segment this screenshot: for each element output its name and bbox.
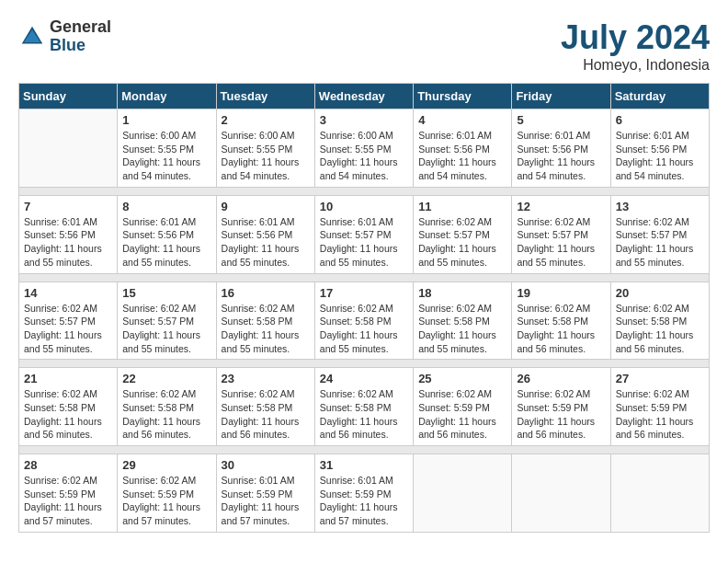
- calendar-week-row: 7Sunrise: 6:01 AMSunset: 5:56 PMDaylight…: [19, 195, 710, 273]
- calendar-cell: 12Sunrise: 6:02 AMSunset: 5:57 PMDayligh…: [512, 195, 610, 273]
- day-info: Sunrise: 6:02 AMSunset: 5:58 PMDaylight:…: [24, 387, 112, 442]
- calendar-cell: 2Sunrise: 6:00 AMSunset: 5:55 PMDaylight…: [216, 109, 314, 188]
- day-info: Sunrise: 6:01 AMSunset: 5:57 PMDaylight:…: [320, 215, 408, 270]
- calendar-cell: 1Sunrise: 6:00 AMSunset: 5:55 PMDaylight…: [118, 109, 216, 188]
- day-info: Sunrise: 6:02 AMSunset: 5:59 PMDaylight:…: [122, 474, 210, 528]
- day-number: 29: [122, 458, 210, 472]
- day-number: 12: [517, 200, 605, 213]
- header-thursday: Thursday: [414, 84, 512, 109]
- calendar-cell: 6Sunrise: 6:01 AMSunset: 5:56 PMDaylight…: [610, 109, 709, 188]
- calendar-cell: 21Sunrise: 6:02 AMSunset: 5:58 PMDayligh…: [19, 368, 118, 446]
- day-info: Sunrise: 6:02 AMSunset: 5:57 PMDaylight:…: [122, 302, 210, 356]
- day-number: 18: [418, 286, 506, 300]
- day-number: 2: [222, 113, 310, 127]
- calendar-cell: [414, 454, 512, 533]
- calendar-cell: 13Sunrise: 6:02 AMSunset: 5:57 PMDayligh…: [610, 195, 709, 273]
- day-number: 26: [517, 372, 605, 385]
- calendar-cell: 5Sunrise: 6:01 AMSunset: 5:56 PMDaylight…: [512, 109, 610, 188]
- day-number: 21: [24, 372, 112, 385]
- calendar-cell: 29Sunrise: 6:02 AMSunset: 5:59 PMDayligh…: [118, 454, 216, 533]
- day-info: Sunrise: 6:01 AMSunset: 5:56 PMDaylight:…: [222, 215, 310, 270]
- calendar-cell: 10Sunrise: 6:01 AMSunset: 5:57 PMDayligh…: [314, 195, 413, 273]
- day-info: Sunrise: 6:02 AMSunset: 5:58 PMDaylight:…: [616, 302, 704, 356]
- day-number: 27: [616, 372, 704, 385]
- calendar-cell: 27Sunrise: 6:02 AMSunset: 5:59 PMDayligh…: [610, 368, 709, 446]
- calendar-cell: 19Sunrise: 6:02 AMSunset: 5:58 PMDayligh…: [512, 282, 610, 360]
- day-info: Sunrise: 6:02 AMSunset: 5:58 PMDaylight:…: [320, 387, 408, 442]
- day-info: Sunrise: 6:02 AMSunset: 5:57 PMDaylight:…: [24, 302, 112, 356]
- week-separator: [19, 446, 710, 454]
- day-number: 28: [24, 458, 112, 472]
- day-info: Sunrise: 6:00 AMSunset: 5:55 PMDaylight:…: [122, 129, 210, 183]
- header-friday: Friday: [512, 84, 610, 109]
- day-number: 23: [222, 372, 310, 385]
- day-info: Sunrise: 6:01 AMSunset: 5:56 PMDaylight:…: [24, 215, 112, 270]
- calendar-cell: 17Sunrise: 6:02 AMSunset: 5:58 PMDayligh…: [314, 282, 413, 360]
- header-sunday: Sunday: [19, 84, 118, 109]
- calendar-cell: 22Sunrise: 6:02 AMSunset: 5:58 PMDayligh…: [118, 368, 216, 446]
- page-header: General Blue July 2024 Homeyo, Indonesia: [18, 18, 710, 74]
- calendar-cell: 8Sunrise: 6:01 AMSunset: 5:56 PMDaylight…: [118, 195, 216, 273]
- day-info: Sunrise: 6:01 AMSunset: 5:56 PMDaylight:…: [418, 129, 506, 183]
- day-number: 25: [418, 372, 506, 385]
- day-info: Sunrise: 6:02 AMSunset: 5:59 PMDaylight:…: [418, 387, 506, 442]
- logo-general: General: [50, 18, 111, 37]
- day-info: Sunrise: 6:01 AMSunset: 5:56 PMDaylight:…: [122, 215, 210, 270]
- day-info: Sunrise: 6:01 AMSunset: 5:59 PMDaylight:…: [222, 474, 310, 528]
- calendar-cell: 20Sunrise: 6:02 AMSunset: 5:58 PMDayligh…: [610, 282, 709, 360]
- calendar-cell: 25Sunrise: 6:02 AMSunset: 5:59 PMDayligh…: [414, 368, 512, 446]
- day-number: 4: [418, 113, 506, 127]
- day-info: Sunrise: 6:02 AMSunset: 5:58 PMDaylight:…: [418, 302, 506, 356]
- header-tuesday: Tuesday: [216, 84, 314, 109]
- calendar-cell: 7Sunrise: 6:01 AMSunset: 5:56 PMDaylight…: [19, 195, 118, 273]
- month-year-title: July 2024: [561, 18, 710, 57]
- day-info: Sunrise: 6:02 AMSunset: 5:59 PMDaylight:…: [517, 387, 605, 442]
- calendar-cell: 3Sunrise: 6:00 AMSunset: 5:55 PMDaylight…: [314, 109, 413, 188]
- calendar-cell: 14Sunrise: 6:02 AMSunset: 5:57 PMDayligh…: [19, 282, 118, 360]
- day-info: Sunrise: 6:02 AMSunset: 5:58 PMDaylight:…: [517, 302, 605, 356]
- calendar-week-row: 14Sunrise: 6:02 AMSunset: 5:57 PMDayligh…: [19, 282, 710, 360]
- calendar-cell: 24Sunrise: 6:02 AMSunset: 5:58 PMDayligh…: [314, 368, 413, 446]
- logo: General Blue: [18, 18, 111, 55]
- day-number: 14: [24, 286, 112, 300]
- header-wednesday: Wednesday: [314, 84, 413, 109]
- day-info: Sunrise: 6:02 AMSunset: 5:58 PMDaylight:…: [320, 302, 408, 356]
- title-block: July 2024 Homeyo, Indonesia: [561, 18, 710, 74]
- day-info: Sunrise: 6:02 AMSunset: 5:59 PMDaylight:…: [24, 474, 112, 528]
- header-saturday: Saturday: [610, 84, 709, 109]
- day-number: 20: [616, 286, 704, 300]
- calendar-cell: 23Sunrise: 6:02 AMSunset: 5:58 PMDayligh…: [216, 368, 314, 446]
- day-info: Sunrise: 6:02 AMSunset: 5:57 PMDaylight:…: [616, 215, 704, 270]
- calendar-week-row: 1Sunrise: 6:00 AMSunset: 5:55 PMDaylight…: [19, 109, 710, 188]
- week-separator: [19, 273, 710, 282]
- calendar-cell: [610, 454, 709, 533]
- location-subtitle: Homeyo, Indonesia: [561, 57, 710, 74]
- logo-blue: Blue: [50, 37, 111, 55]
- day-number: 5: [517, 113, 605, 127]
- day-number: 7: [24, 200, 112, 213]
- calendar-cell: 11Sunrise: 6:02 AMSunset: 5:57 PMDayligh…: [414, 195, 512, 273]
- day-number: 16: [222, 286, 310, 300]
- day-number: 10: [320, 200, 408, 213]
- calendar-cell: 26Sunrise: 6:02 AMSunset: 5:59 PMDayligh…: [512, 368, 610, 446]
- day-info: Sunrise: 6:02 AMSunset: 5:58 PMDaylight:…: [222, 302, 310, 356]
- week-separator: [19, 187, 710, 195]
- day-number: 11: [418, 200, 506, 213]
- calendar-cell: 16Sunrise: 6:02 AMSunset: 5:58 PMDayligh…: [216, 282, 314, 360]
- calendar-week-row: 21Sunrise: 6:02 AMSunset: 5:58 PMDayligh…: [19, 368, 710, 446]
- day-number: 9: [222, 200, 310, 213]
- calendar-cell: 31Sunrise: 6:01 AMSunset: 5:59 PMDayligh…: [314, 454, 413, 533]
- calendar-cell: 30Sunrise: 6:01 AMSunset: 5:59 PMDayligh…: [216, 454, 314, 533]
- header-monday: Monday: [118, 84, 216, 109]
- calendar-header-row: SundayMondayTuesdayWednesdayThursdayFrid…: [19, 84, 710, 109]
- day-info: Sunrise: 6:02 AMSunset: 5:58 PMDaylight:…: [122, 387, 210, 442]
- day-info: Sunrise: 6:00 AMSunset: 5:55 PMDaylight:…: [222, 129, 310, 183]
- day-number: 19: [517, 286, 605, 300]
- day-number: 22: [122, 372, 210, 385]
- day-number: 17: [320, 286, 408, 300]
- calendar-cell: 28Sunrise: 6:02 AMSunset: 5:59 PMDayligh…: [19, 454, 118, 533]
- day-info: Sunrise: 6:02 AMSunset: 5:59 PMDaylight:…: [616, 387, 704, 442]
- day-info: Sunrise: 6:01 AMSunset: 5:56 PMDaylight:…: [616, 129, 704, 183]
- day-number: 6: [616, 113, 704, 127]
- calendar-table: SundayMondayTuesdayWednesdayThursdayFrid…: [18, 83, 710, 533]
